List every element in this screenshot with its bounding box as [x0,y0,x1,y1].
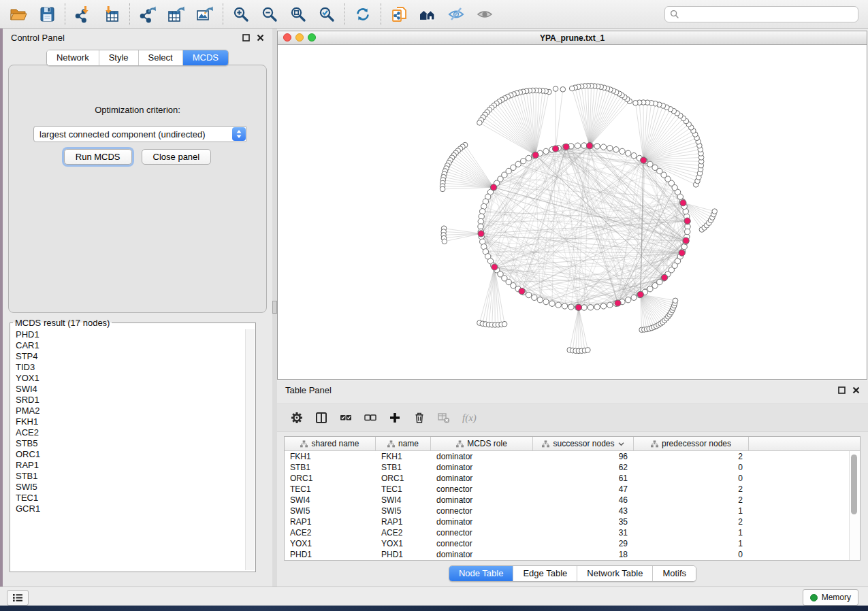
mcds-hub-node[interactable] [637,291,643,297]
mcds-hub-node[interactable] [491,184,497,191]
add-row-button[interactable] [389,412,401,424]
satellite-node[interactable] [560,87,566,93]
mcds-node-item[interactable]: SRD1 [16,395,244,406]
mcds-hub-node[interactable] [615,300,621,306]
satellite-node[interactable] [440,186,445,192]
satellite-node[interactable] [502,321,507,327]
rim-node[interactable] [647,161,653,167]
rim-node[interactable] [537,297,543,303]
mcds-node-item[interactable]: STB5 [16,438,244,449]
rim-node[interactable] [600,303,606,309]
open-file-button[interactable] [4,2,33,27]
table-row[interactable]: TEC1TEC1connector472 [285,484,860,495]
hide-selected-button[interactable] [442,2,470,27]
table-row[interactable]: ORC1ORC1dominator610 [285,473,860,484]
delete-row-button[interactable] [413,412,425,424]
refresh-button[interactable] [349,2,377,27]
satellite-node[interactable] [633,101,639,106]
tab-node-table[interactable]: Node Table [449,566,513,581]
panel-list-button[interactable] [7,590,29,606]
table-row[interactable]: YOX1YOX1connector291 [285,538,860,549]
tab-network[interactable]: Network [47,50,99,65]
mcds-node-item[interactable]: ACE2 [16,427,244,438]
rim-node[interactable] [647,286,653,292]
mcds-hub-node[interactable] [478,231,484,237]
mcds-node-item[interactable]: RAP1 [16,460,244,471]
splitter-grip[interactable] [272,301,277,314]
run-mcds-button[interactable]: Run MCDS [64,149,132,165]
table-scrollbar-thumb[interactable] [851,455,857,514]
mcds-hub-node[interactable] [684,218,690,224]
column-header-shared-name[interactable]: shared name [285,437,376,450]
zoom-selected-button[interactable] [312,2,341,27]
rim-node[interactable] [532,295,537,300]
mcds-node-item[interactable]: ORC1 [16,449,244,460]
mcds-hub-node[interactable] [679,250,685,256]
network-window-titlebar[interactable]: YPA_prune.txt_1 [278,31,867,45]
mcds-hub-node[interactable] [575,304,581,310]
copy-network-button[interactable] [385,2,413,27]
tab-motifs[interactable]: Motifs [652,566,696,581]
column-header-MCDS-role[interactable]: MCDS role [431,437,533,450]
rim-node[interactable] [588,305,593,310]
satellite-node[interactable] [553,86,558,92]
tab-style[interactable]: Style [99,50,138,65]
mcds-hub-node[interactable] [553,146,559,152]
import-table-button[interactable] [97,2,126,27]
mcds-hub-node[interactable] [683,237,689,244]
search-input[interactable] [679,9,858,20]
rim-node[interactable] [626,150,631,156]
mcds-hub-node[interactable] [563,144,569,150]
column-header-name[interactable]: name [376,437,431,450]
rim-node[interactable] [575,143,580,148]
save-session-button[interactable] [33,2,61,27]
export-image-button[interactable] [191,2,219,27]
zoom-in-button[interactable] [227,2,255,27]
float-table-panel-icon[interactable] [838,386,846,394]
rim-node[interactable] [549,301,555,306]
export-network-button[interactable] [133,2,162,27]
settings-gear-button[interactable] [291,412,303,424]
export-table-button[interactable] [162,2,191,27]
table-row[interactable]: SWI4SWI4dominator462 [285,495,860,506]
search-box[interactable] [664,6,858,22]
mcds-result-list[interactable]: PHD1CAR1STP4TID3YOX1SWI4SRD1PMA2FKH1ACE2… [10,329,244,570]
window-close-button[interactable] [283,33,291,42]
rim-node[interactable] [556,302,561,308]
deselect-all-button[interactable] [364,412,376,424]
rim-node[interactable] [526,155,531,161]
window-zoom-button[interactable] [308,33,316,42]
rim-node[interactable] [521,159,526,164]
mcds-node-item[interactable]: FKH1 [16,416,244,427]
rim-node[interactable] [594,144,600,149]
mcds-node-item[interactable]: YOX1 [16,373,244,384]
select-all-button[interactable] [340,412,352,424]
mcds-node-item[interactable]: TID3 [16,362,244,373]
mcds-hub-node[interactable] [492,264,498,270]
memory-button[interactable]: Memory [803,589,858,606]
rim-node[interactable] [600,144,606,150]
zoom-fit-button[interactable] [284,2,312,27]
mcds-node-item[interactable]: SWI4 [16,384,244,395]
import-network-button[interactable] [69,2,97,27]
columns-button[interactable] [315,412,327,424]
mcds-node-item[interactable]: STB1 [16,471,244,482]
zoom-out-button[interactable] [255,2,284,27]
tab-edge-table[interactable]: Edge Table [513,566,577,581]
rim-node[interactable] [607,302,613,308]
vertical-splitter[interactable] [272,29,277,587]
rim-node[interactable] [631,295,637,300]
rim-node[interactable] [543,148,549,154]
mcds-hub-node[interactable] [662,274,668,280]
mcds-node-item[interactable]: STP4 [16,351,244,362]
close-table-panel-icon[interactable] [852,386,860,394]
mcds-hub-node[interactable] [641,157,647,163]
rim-node[interactable] [526,292,531,297]
rim-node[interactable] [543,299,549,304]
float-panel-icon[interactable] [242,34,250,42]
rim-node[interactable] [562,303,567,309]
network-graph-canvas[interactable] [278,44,867,379]
satellite-node[interactable] [569,86,575,91]
tab-mcds[interactable]: MCDS [182,50,228,65]
mcds-hub-node[interactable] [586,143,592,149]
